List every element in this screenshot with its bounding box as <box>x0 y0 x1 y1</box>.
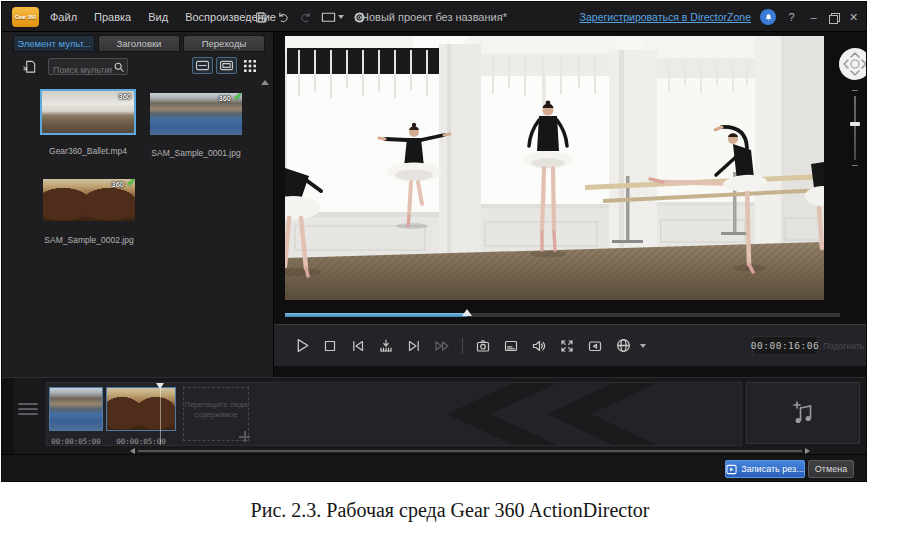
notification-bell-icon[interactable] <box>760 9 776 25</box>
grid-view-button[interactable] <box>244 60 256 72</box>
add-music-button[interactable] <box>788 398 818 428</box>
screen-icon <box>195 60 210 71</box>
figure-caption: Рис. 2.3. Рабочая среда Gear 360 ActionD… <box>0 499 900 522</box>
zoom-slider[interactable] <box>850 90 860 166</box>
chevron-down-icon[interactable] <box>640 344 646 348</box>
media-item-ballet[interactable]: 360 <box>42 91 134 133</box>
timeline-clip-2[interactable] <box>106 387 176 431</box>
scrollbar-track <box>138 450 802 452</box>
redo-icon[interactable] <box>299 11 312 24</box>
produce-icon <box>726 464 737 475</box>
timeline-track[interactable]: 00:00:05:00 00:00:05:00 Перетащите сюда … <box>46 382 742 446</box>
restore-button[interactable] <box>829 13 838 22</box>
media-search-box <box>48 58 128 75</box>
media-item-sample1[interactable]: 360 ✓ <box>150 93 242 135</box>
aspect-ratio-selector[interactable] <box>321 11 344 23</box>
stop-button[interactable] <box>318 334 342 358</box>
cancel-button[interactable]: Отмена <box>808 460 854 478</box>
tab-titles[interactable]: Заголовки <box>98 35 180 52</box>
slider-track <box>854 96 856 160</box>
timecode-display: 00:00:16:06 <box>752 336 818 355</box>
menu-item-file[interactable]: Файл <box>50 11 77 23</box>
seek-progress <box>285 313 467 317</box>
clip-thumbnail <box>50 388 102 430</box>
split-button[interactable] <box>374 334 398 358</box>
add-content-plus-icon <box>239 431 250 442</box>
library-toolbar <box>2 54 273 80</box>
checkmark-icon: ✓ <box>127 179 135 189</box>
chevron-decoration <box>547 383 657 445</box>
next-frame-button[interactable] <box>402 334 426 358</box>
timeline-clip-1[interactable] <box>49 387 103 431</box>
media-item-sample2[interactable]: 360 ✓ <box>43 179 135 221</box>
titlebar-tools <box>245 2 366 32</box>
volume-button[interactable] <box>527 334 551 358</box>
zoom-in-tick <box>852 90 858 91</box>
dpad-control[interactable] <box>838 47 867 81</box>
undo-icon[interactable] <box>277 11 290 24</box>
track-lines-icon <box>18 413 38 415</box>
divider <box>245 10 246 24</box>
timeline-left-rail <box>2 378 14 455</box>
menu-item-view[interactable]: Вид <box>148 11 168 23</box>
close-button[interactable]: ✕ <box>847 11 860 24</box>
search-icon <box>113 61 125 73</box>
titlebar: Gear 360 Файл Правка Вид Воспроизведение… <box>2 2 866 32</box>
media-library-panel: Элемент мульт... Заголовки Переходы <box>2 32 274 377</box>
media-filename: SAM_Sample_0002.jpg <box>34 235 144 245</box>
snapshot-button[interactable] <box>471 334 495 358</box>
settings-gear-icon[interactable] <box>353 11 366 24</box>
tab-media-room[interactable]: Элемент мульт... <box>13 35 95 52</box>
produce-button-label: Записать рез... <box>741 464 803 474</box>
previous-frame-button[interactable] <box>346 334 370 358</box>
save-icon[interactable] <box>255 11 268 24</box>
play-button[interactable] <box>290 334 314 358</box>
library-tabs: Элемент мульт... Заголовки Переходы <box>13 35 265 52</box>
app-window: Gear 360 Файл Правка Вид Воспроизведение… <box>1 1 867 482</box>
track-lines-icon <box>18 403 38 405</box>
monitor-icon <box>219 60 234 71</box>
media-filename: SAM_Sample_0001.jpg <box>141 148 251 158</box>
timeline-scrollbar[interactable] <box>130 447 810 454</box>
app-logo[interactable]: Gear 360 <box>12 7 39 27</box>
view-360-button[interactable] <box>611 334 635 358</box>
chevron-decoration <box>447 383 557 445</box>
music-track-panel <box>746 382 860 444</box>
help-button[interactable]: ? <box>785 11 798 23</box>
scroll-up-arrow[interactable] <box>261 80 269 85</box>
menu-item-edit[interactable]: Правка <box>94 11 131 23</box>
fit-dropdown[interactable]: Подогнать <box>823 336 865 355</box>
checkmark-icon: ✓ <box>234 93 242 103</box>
playback-controls: 00:00:16:06 Подогнать <box>274 324 867 366</box>
badge-360: 360 <box>111 180 124 189</box>
fullscreen-button[interactable] <box>555 334 579 358</box>
ballet-scene <box>285 36 824 300</box>
produce-button[interactable]: Записать рез... <box>725 460 805 478</box>
clip-duration: 00:00:05:00 <box>49 437 103 446</box>
fast-forward-button[interactable] <box>430 334 454 358</box>
media-filename: Gear360_Ballet.mp4 <box>33 146 143 156</box>
zoom-out-tick <box>852 165 858 166</box>
register-directorzone-link[interactable]: Зарегистрироваться в DirectorZone <box>580 11 751 23</box>
seek-bar[interactable] <box>285 313 840 317</box>
track-header[interactable] <box>18 400 38 418</box>
seek-playhead[interactable] <box>462 309 472 316</box>
badge-360: 360 <box>118 92 131 101</box>
chevron-down-icon <box>338 15 344 19</box>
timeline-playhead[interactable] <box>156 383 165 446</box>
slider-handle[interactable] <box>850 122 860 126</box>
video-viewport[interactable] <box>285 36 824 300</box>
view-mode-360-button[interactable] <box>192 57 213 74</box>
menu-bar: Файл Правка Вид Воспроизведение <box>50 2 276 32</box>
subtitle-button[interactable] <box>499 334 523 358</box>
cancel-button-label: Отмена <box>815 464 847 474</box>
aspect-ratio-icon <box>321 11 336 23</box>
divider <box>462 338 463 354</box>
tab-transitions[interactable]: Переходы <box>183 35 265 52</box>
preview-window-button[interactable] <box>583 334 607 358</box>
view-mode-flat-button[interactable] <box>216 57 237 74</box>
import-media-button[interactable] <box>22 59 37 74</box>
minimize-button[interactable]: – <box>807 11 820 23</box>
badge-360: 360 <box>218 94 231 103</box>
timeline-panel: 00:00:05:00 00:00:05:00 Перетащите сюда … <box>2 377 866 454</box>
